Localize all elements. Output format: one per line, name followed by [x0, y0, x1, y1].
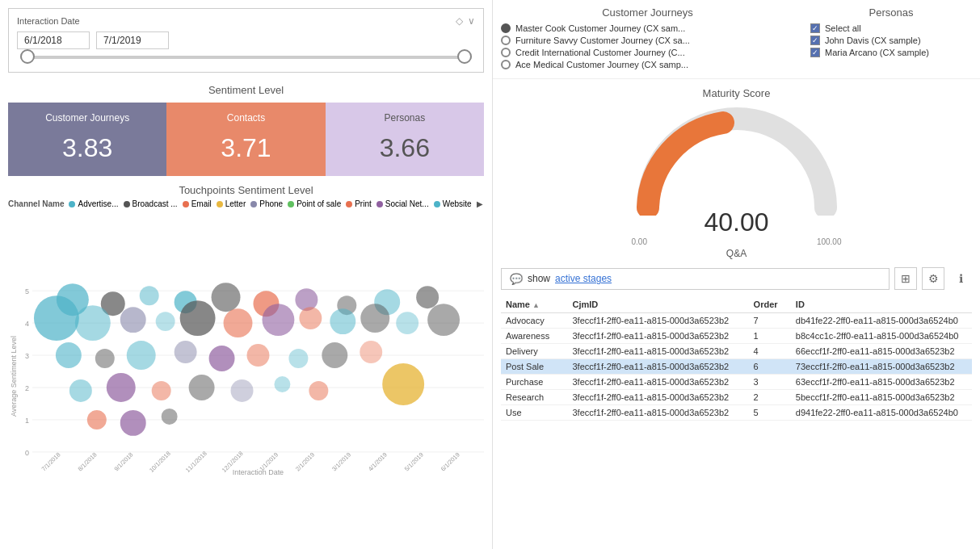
svg-point-19	[295, 288, 318, 311]
bubble-chart-svg: 5 4 3 2 1 0 Average Sentiment Level	[8, 212, 484, 541]
svg-text:5: 5	[25, 287, 29, 295]
date-to-input[interactable]	[96, 31, 169, 49]
kpi-personas-label: Personas	[334, 112, 476, 124]
date-inputs	[17, 31, 475, 49]
journey-label-1: Furniture Savvy Customer Journey (CX sa.…	[515, 36, 690, 45]
col-order[interactable]: Order	[749, 296, 791, 313]
journey-label-2: Credit International Customer Journey (C…	[515, 48, 685, 57]
svg-point-45	[107, 373, 136, 402]
pin-icon[interactable]: ◇	[456, 15, 463, 27]
right-panel: Customer Journeys Master Cook Customer J…	[493, 0, 980, 549]
cell-cjmid-5: 3feccf1f-2ff0-ea11-a815-000d3a6523b2	[567, 390, 748, 405]
svg-point-27	[180, 300, 216, 336]
filter-row: Customer Journeys Master Cook Customer J…	[493, 0, 980, 79]
journey-item-1[interactable]: Furniture Savvy Customer Journey (CX sa.…	[501, 36, 794, 45]
sort-arrow-name: ▲	[532, 301, 540, 309]
qa-search-box[interactable]: 💬 show active stages	[501, 268, 890, 290]
legend-dot-letter	[217, 201, 223, 207]
legend-website: Website	[434, 199, 472, 208]
checkbox-persona-1[interactable]: ✓	[810, 48, 820, 57]
legend-more[interactable]: ▶	[477, 199, 483, 208]
table-row[interactable]: Advocacy 3feccf1f-2ff0-ea11-a815-000d3a6…	[501, 313, 972, 329]
legend-label-pos: Point of sale	[297, 199, 341, 208]
legend-dot-print	[346, 201, 352, 207]
qa-search-link[interactable]: active stages	[555, 273, 612, 284]
persona-label-1: Maria Arcano (CX sample)	[825, 48, 929, 57]
svg-point-33	[396, 312, 418, 334]
legend-dot-pos	[288, 201, 294, 207]
slider-thumb-left[interactable]	[20, 49, 35, 64]
cell-cjmid-6: 3feccf1f-2ff0-ea11-a815-000d3a6523b2	[567, 405, 748, 421]
cell-name-1: Awareness	[501, 329, 567, 344]
table-container: Name ▲ CjmID Order ID Advocacy 3feccf1f-…	[501, 296, 972, 544]
table-row-selected[interactable]: Post Sale 3feccf1f-2ff0-ea11-a815-000d3a…	[501, 359, 972, 375]
qa-info-button[interactable]: ℹ	[949, 267, 972, 290]
channel-label: Channel Name	[8, 199, 64, 208]
maturity-title: Maturity Score	[703, 87, 771, 99]
svg-point-48	[231, 379, 254, 402]
main-container: Interaction Date ◇ ∨ Sentiment Level Cus	[0, 0, 980, 549]
col-cjmid[interactable]: CjmID	[567, 296, 748, 313]
svg-text:8/1/2018: 8/1/2018	[77, 451, 99, 473]
journey-item-2[interactable]: Credit International Customer Journey (C…	[501, 48, 794, 57]
checkbox-persona-0[interactable]: ✓	[810, 36, 820, 45]
cell-id-5: 5beccf1f-2ff0-ea11-a815-000d3a6523b2	[791, 390, 972, 405]
date-from-input[interactable]	[17, 31, 90, 49]
date-filter: Interaction Date ◇ ∨	[8, 8, 484, 73]
col-id[interactable]: ID	[791, 296, 972, 313]
qa-export-button[interactable]: ⊞	[894, 267, 917, 290]
cell-cjmid-2: 3feccf1f-2ff0-ea11-a815-000d3a6523b2	[567, 344, 748, 359]
table-row[interactable]: Research 3feccf1f-2ff0-ea11-a815-000d3a6…	[501, 390, 972, 405]
col-name[interactable]: Name ▲	[501, 296, 567, 313]
legend-label-print: Print	[355, 199, 372, 208]
legend-email: Email	[183, 199, 212, 208]
kpi-card-personas: Personas 3.66	[326, 103, 484, 176]
journey-radio-2[interactable]	[501, 48, 511, 57]
table-row[interactable]: Use 3feccf1f-2ff0-ea11-a815-000d3a6523b2…	[501, 405, 972, 421]
svg-text:6/1/2019: 6/1/2019	[440, 451, 461, 473]
svg-point-43	[360, 341, 382, 363]
persona-item-1[interactable]: ✓ Maria Arcano (CX sample)	[810, 48, 972, 57]
cell-id-3: 73eccf1f-2ff0-ea11-a815-000d3a6523b2	[791, 359, 972, 375]
check-icon-0: ✓	[812, 37, 818, 44]
journey-radio-0[interactable]	[501, 23, 511, 33]
filter-icons: ◇ ∨	[456, 15, 475, 27]
journey-radio-3[interactable]	[501, 60, 511, 69]
cell-order-2: 4	[749, 344, 791, 359]
journey-item-0[interactable]: Master Cook Customer Journey (CX sam...	[501, 23, 794, 33]
table-header-row: Name ▲ CjmID Order ID	[501, 296, 972, 313]
legend-label-advertise: Advertise...	[78, 199, 118, 208]
kpi-contacts-label: Contacts	[175, 112, 317, 124]
table-row[interactable]: Delivery 3feccf1f-2ff0-ea11-a815-000d3a6…	[501, 344, 972, 359]
legend-dot-website	[434, 201, 440, 207]
svg-point-25	[120, 307, 146, 333]
touchpoints-section: Touchpoints Sentiment Level Channel Name…	[8, 184, 484, 541]
cell-id-0: db41fe22-2ff0-ea11-a815-000d3a6524b0	[791, 313, 972, 329]
qa-settings-button[interactable]: ⚙	[922, 267, 944, 290]
svg-text:Interaction Date: Interaction Date	[233, 468, 284, 476]
svg-text:1: 1	[25, 417, 29, 425]
journey-item-3[interactable]: Ace Medical Customer Journey (CX samp...	[501, 60, 794, 69]
table-row[interactable]: Purchase 3feccf1f-2ff0-ea11-a815-000d3a6…	[501, 375, 972, 390]
maturity-subtitle: Q&A	[726, 248, 747, 259]
svg-point-31	[330, 308, 355, 334]
table-row[interactable]: Awareness 3feccf1f-2ff0-ea11-a815-000d3a…	[501, 329, 972, 344]
svg-point-37	[127, 341, 156, 370]
personas-list: ✓ Select all ✓ John Davis (CX sample) ✓ …	[810, 23, 972, 57]
svg-text:11/1/2018: 11/1/2018	[184, 450, 208, 474]
legend-advertise: Advertise...	[69, 199, 118, 208]
svg-point-32	[360, 304, 389, 333]
svg-point-17	[212, 283, 241, 312]
journey-radio-1[interactable]	[501, 36, 511, 45]
table-body: Advocacy 3feccf1f-2ff0-ea11-a815-000d3a6…	[501, 313, 972, 421]
svg-point-46	[152, 381, 171, 400]
persona-select-all[interactable]: ✓ Select all	[810, 23, 972, 33]
persona-item-0[interactable]: ✓ John Davis (CX sample)	[810, 36, 972, 45]
svg-point-51	[382, 363, 424, 405]
cell-cjmid-4: 3feccf1f-2ff0-ea11-a815-000d3a6523b2	[567, 375, 748, 390]
gauge-labels: 0.00 100.00	[632, 237, 842, 246]
checkbox-select-all[interactable]: ✓	[810, 23, 820, 33]
slider-thumb-right[interactable]	[457, 49, 472, 64]
kpi-journeys-label: Customer Journeys	[16, 112, 158, 124]
chevron-icon[interactable]: ∨	[468, 15, 475, 27]
